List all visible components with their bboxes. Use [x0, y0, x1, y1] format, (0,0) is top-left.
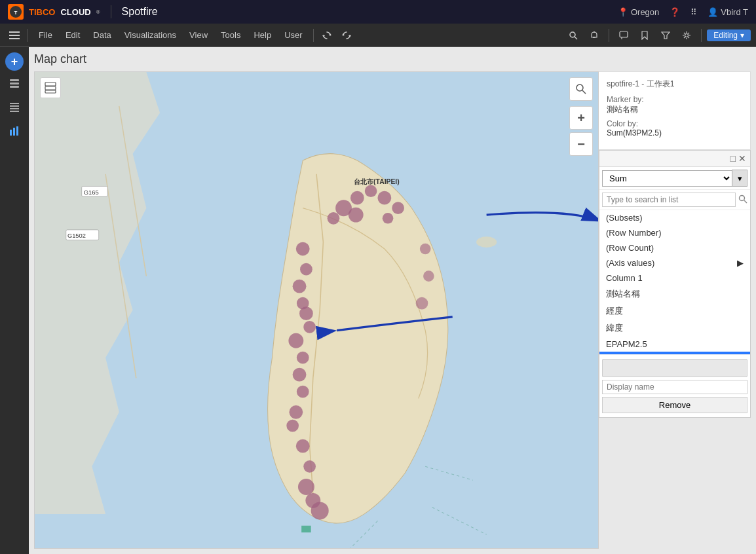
hamburger-menu-btn[interactable]: [5, 26, 24, 45]
user-btn[interactable]: 👤 Vbird T: [708, 7, 748, 17]
svg-point-54: [288, 333, 303, 348]
notification-btn[interactable]: [585, 26, 603, 45]
brand-tibco: TIBCO: [29, 7, 55, 17]
svg-rect-12: [594, 31, 595, 33]
add-btn[interactable]: +: [5, 52, 24, 71]
menu-file[interactable]: File: [32, 28, 59, 43]
dp-item-subsets[interactable]: (Subsets): [599, 210, 750, 225]
zoom-in-icon: +: [577, 111, 585, 126]
dropdown-panel: □ ✕ Sum ▾: [599, 150, 751, 418]
toolbar-right: Editing ▾: [564, 26, 751, 45]
filter-btn[interactable]: [656, 26, 675, 45]
svg-rect-25: [10, 130, 12, 136]
dp-maximize-icon[interactable]: □: [730, 153, 736, 164]
map-container[interactable]: 台北市(TAIPEI) G165 G1502: [34, 71, 599, 549]
sidebar-details-btn[interactable]: [4, 97, 25, 118]
svg-point-50: [293, 280, 307, 293]
dp-close-icon[interactable]: ✕: [738, 153, 746, 164]
svg-rect-13: [620, 31, 628, 37]
svg-point-60: [296, 439, 310, 453]
refresh-btn[interactable]: [318, 26, 336, 45]
dp-slider[interactable]: [602, 359, 747, 377]
menu-user[interactable]: User: [278, 28, 309, 43]
dp-item-row-count[interactable]: (Row Count): [599, 240, 750, 255]
menu-data[interactable]: Data: [86, 28, 117, 43]
chat-btn[interactable]: [614, 26, 633, 45]
help-btn[interactable]: ❓: [670, 7, 680, 17]
dp-item-axis-values[interactable]: (Axis values) ▶: [599, 255, 750, 270]
svg-point-42: [365, 185, 377, 197]
tibco-logo: T: [8, 4, 24, 20]
dp-select-row: Sum ▾: [599, 167, 750, 190]
dp-display-name-input[interactable]: [602, 380, 747, 394]
dp-item-axis-values-arrow: ▶: [737, 258, 744, 268]
editing-dropdown-icon: ▾: [740, 31, 744, 40]
location-btn[interactable]: 📍 Oregon: [618, 7, 659, 17]
settings-btn[interactable]: [677, 26, 696, 45]
dp-item-column1[interactable]: Column 1: [599, 270, 750, 286]
map-search-btn[interactable]: [569, 77, 593, 101]
svg-point-52: [299, 306, 313, 320]
sidebar-chart-btn[interactable]: [4, 120, 25, 141]
forward-btn[interactable]: [337, 26, 356, 45]
svg-rect-75: [45, 90, 56, 93]
dp-dropdown-arrow[interactable]: ▾: [732, 170, 747, 187]
svg-rect-23: [10, 108, 19, 109]
apps-btn[interactable]: ⠿: [690, 7, 697, 17]
dp-header: □ ✕: [599, 151, 750, 167]
svg-point-32: [476, 236, 497, 248]
dp-item-latitude[interactable]: 緯度: [599, 320, 750, 337]
menu-help[interactable]: Help: [247, 28, 278, 43]
svg-point-62: [298, 479, 314, 495]
svg-point-9: [570, 32, 575, 37]
editing-label: Editing: [713, 31, 738, 40]
menu-view[interactable]: View: [183, 28, 214, 43]
svg-rect-65: [301, 526, 311, 532]
svg-rect-20: [10, 86, 19, 88]
svg-point-44: [392, 202, 404, 214]
svg-marker-16: [662, 32, 670, 39]
svg-rect-26: [13, 128, 15, 136]
svg-point-48: [296, 242, 310, 256]
panel-source: spotfire-1 - 工作表1: [607, 79, 742, 90]
svg-point-46: [383, 213, 394, 224]
svg-line-77: [744, 200, 747, 203]
map-zoom-in-btn[interactable]: +: [569, 106, 593, 130]
map-zoom-out-btn[interactable]: −: [569, 132, 593, 156]
svg-line-10: [575, 37, 577, 39]
menu-tools[interactable]: Tools: [214, 28, 247, 43]
svg-rect-4: [9, 38, 20, 39]
brand-cloud: CLOUD: [60, 7, 90, 17]
map-layers-btn[interactable]: [40, 77, 61, 98]
right-column: spotfire-1 - 工作表1 Marker by: 測站名稱 Color …: [599, 71, 751, 549]
panel-color: Color by: Sum(M3PM2.5): [607, 119, 742, 138]
dp-search-icon[interactable]: [738, 194, 747, 206]
dp-item-station-name[interactable]: 測站名稱: [599, 286, 750, 303]
dp-item-longitude[interactable]: 經度: [599, 303, 750, 320]
menu-edit[interactable]: Edit: [59, 28, 86, 43]
dp-search-input[interactable]: [602, 193, 736, 207]
svg-line-72: [582, 90, 586, 94]
svg-point-76: [740, 195, 745, 200]
svg-rect-18: [10, 79, 19, 81]
main-area: + Map chart: [0, 47, 756, 554]
nav-divider-1: [111, 5, 111, 18]
dp-item-row-number[interactable]: (Row Number): [599, 225, 750, 240]
editing-badge[interactable]: Editing ▾: [707, 29, 751, 41]
svg-point-67: [423, 270, 434, 282]
dp-footer: Remove: [599, 354, 750, 417]
svg-point-53: [303, 321, 316, 333]
location-icon: 📍: [618, 7, 628, 17]
top-nav: T TIBCO CLOUD ® Spotfire 📍 Oregon ❓ ⠿ 👤 …: [0, 0, 756, 24]
svg-rect-27: [16, 126, 18, 136]
dp-item-epapm25[interactable]: EPAPM2.5: [599, 337, 750, 352]
dp-remove-btn[interactable]: Remove: [602, 397, 747, 413]
dp-search: [599, 190, 750, 210]
info-panel: spotfire-1 - 工作表1 Marker by: 測站名稱 Color …: [599, 71, 751, 150]
bookmark-btn[interactable]: [635, 26, 654, 45]
search-toolbar-btn[interactable]: [564, 26, 582, 45]
sidebar-pages-btn[interactable]: [4, 73, 25, 94]
svg-point-58: [289, 405, 303, 419]
menu-visualizations[interactable]: Visualizations: [118, 28, 183, 43]
aggregation-select[interactable]: Sum: [602, 170, 732, 187]
